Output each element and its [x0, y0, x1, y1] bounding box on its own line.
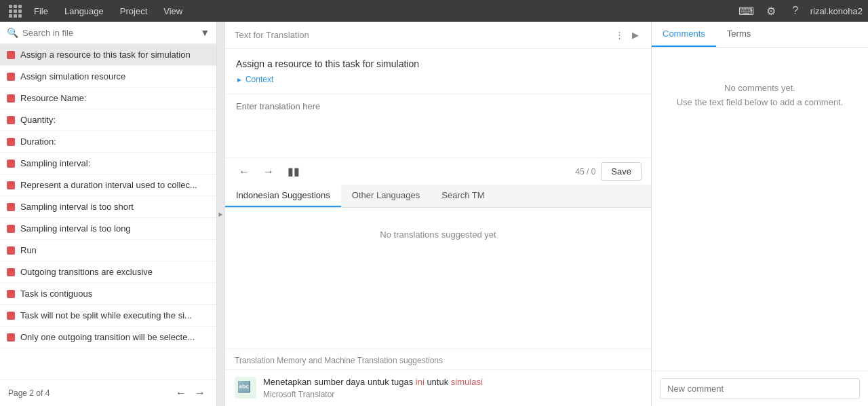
item-status-dot	[7, 94, 15, 103]
header-actions: ⋮ ▶	[612, 29, 642, 41]
list-item[interactable]: Outgoing transitions are exclusive	[0, 261, 216, 283]
list-item[interactable]: Run	[0, 240, 216, 261]
item-status-dot	[7, 268, 15, 276]
item-status-dot	[7, 51, 15, 59]
help-icon[interactable]: ?	[786, 1, 805, 20]
right-panel: CommentsTerms No comments yet. Use the t…	[651, 22, 868, 406]
tm-suggestion-item[interactable]: 🔤 Menetapkan sumber daya untuk tugas ini…	[225, 369, 651, 406]
item-status-dot	[7, 225, 15, 233]
filter-icon[interactable]: ▼	[200, 27, 210, 38]
item-text: Run	[20, 245, 37, 255]
settings-icon[interactable]: ⚙	[762, 1, 781, 20]
menu-file[interactable]: File	[27, 5, 55, 18]
new-comment-input[interactable]	[660, 378, 860, 399]
tm-source-label: Microsoft Translator	[263, 390, 483, 399]
tm-translation-text: Menetapkan sumber daya untuk tugas ini u…	[263, 377, 483, 387]
no-comments-text: No comments yet. Use the text field belo…	[677, 81, 844, 110]
context-arrow-icon: ►	[236, 76, 243, 84]
tm-machine-icon: 🔤	[235, 377, 256, 399]
item-status-dot	[7, 290, 15, 298]
list-item[interactable]: Sampling interval is too long	[0, 218, 216, 240]
menubar-right: ⌨ ⚙ ? rizal.konoha2	[737, 1, 863, 20]
list-item[interactable]: Quantity:	[0, 109, 216, 131]
next-segment-button[interactable]: →	[259, 163, 278, 181]
item-status-dot	[7, 246, 15, 255]
search-icon: 🔍	[7, 27, 18, 38]
item-status-dot	[7, 312, 15, 320]
item-text: Assign simulation resource	[20, 71, 125, 81]
source-text: Assign a resource to this task for simul…	[236, 58, 640, 69]
translation-toolbar: ← → ▮▮ 45 / 0 Save	[225, 158, 651, 185]
list-item[interactable]: Sampling interval:	[0, 153, 216, 174]
right-tabs: CommentsTerms	[652, 22, 868, 48]
tab-other-languages[interactable]: Other Languages	[341, 185, 431, 207]
save-button[interactable]: Save	[601, 162, 642, 181]
item-status-dot	[7, 73, 15, 81]
sidebar-footer: Page 2 of 4 ← →	[0, 380, 216, 406]
right-tab-terms[interactable]: Terms	[716, 22, 762, 47]
item-text: Represent a duration interval used to co…	[20, 180, 197, 190]
sidebar: 🔍 ▼ Assign a resource to this task for s…	[0, 22, 217, 406]
prev-page-button[interactable]: ←	[173, 386, 189, 401]
center-panel: Text for Translation ⋮ ▶ Assign a resour…	[225, 22, 651, 406]
list-item[interactable]: Only one outgoing transition will be sel…	[0, 327, 216, 348]
prev-segment-button[interactable]: ←	[235, 163, 254, 181]
item-text: Only one outgoing transition will be sel…	[20, 332, 195, 342]
tab-indonesian-suggestions[interactable]: Indonesian Suggestions	[225, 185, 341, 207]
svg-text:🔤: 🔤	[237, 380, 251, 393]
list-item[interactable]: Task is contiguous	[0, 283, 216, 305]
right-panel-footer	[652, 371, 868, 406]
tab-content: No translations suggested yet	[225, 208, 651, 348]
translation-header: Text for Translation ⋮ ▶	[225, 22, 651, 49]
item-status-dot	[7, 138, 15, 146]
right-tab-comments[interactable]: Comments	[652, 22, 716, 47]
expand-icon[interactable]: ▶	[629, 29, 642, 41]
no-comments-line1: No comments yet.	[677, 81, 844, 96]
item-text: Resource Name:	[20, 93, 87, 103]
item-text: Task will not be split while executing t…	[20, 310, 192, 320]
list-item[interactable]: Task will not be split while executing t…	[0, 305, 216, 327]
list-item[interactable]: Duration:	[0, 131, 216, 153]
item-text: Quantity:	[20, 115, 56, 125]
item-text: Sampling interval is too short	[20, 202, 134, 212]
page-info: Page 2 of 4	[8, 388, 50, 398]
context-label: Context	[245, 75, 273, 84]
collapse-handle[interactable]: ►	[217, 22, 225, 406]
list-item[interactable]: Assign simulation resource	[0, 66, 216, 88]
item-text: Assign a resource to this task for simul…	[20, 50, 191, 60]
search-bar: 🔍 ▼	[0, 22, 216, 44]
tab-search-tm[interactable]: Search TM	[431, 185, 495, 207]
context-link[interactable]: ► Context	[236, 75, 273, 84]
char-count: 45 / 0	[575, 167, 595, 177]
list-item[interactable]: Sampling interval is too short	[0, 196, 216, 218]
item-status-dot	[7, 203, 15, 211]
highlight-ini: ini	[416, 377, 425, 387]
list-item[interactable]: Resource Name:	[0, 88, 216, 109]
item-status-dot	[7, 181, 15, 189]
suggestions-tabs: Indonesian SuggestionsOther LanguagesSea…	[225, 185, 651, 208]
menu-view[interactable]: View	[157, 5, 189, 18]
list-item[interactable]: Assign a resource to this task for simul…	[0, 44, 216, 66]
no-comments-line2: Use the text field below to add a commen…	[677, 96, 844, 110]
translation-textarea[interactable]	[236, 101, 640, 149]
copy-source-button[interactable]: ▮▮	[283, 162, 304, 181]
list-item[interactable]: Represent a duration interval used to co…	[0, 174, 216, 196]
more-options-icon[interactable]: ⋮	[612, 29, 627, 41]
tm-suggestion-content: Menetapkan sumber daya untuk tugas ini u…	[263, 377, 483, 399]
item-text: Task is contiguous	[20, 289, 92, 299]
no-suggestions-text: No translations suggested yet	[236, 219, 640, 251]
next-page-button[interactable]: →	[192, 386, 208, 401]
item-status-dot	[7, 333, 15, 342]
username-label: rizal.konoha2	[810, 6, 863, 16]
apps-grid-button[interactable]	[5, 1, 24, 20]
keyboard-icon[interactable]: ⌨	[737, 1, 756, 20]
menubar: File Language Project View ⌨ ⚙ ? rizal.k…	[0, 0, 868, 22]
menu-language[interactable]: Language	[58, 5, 111, 18]
header-title: Text for Translation	[235, 30, 309, 40]
item-status-dot	[7, 116, 15, 124]
main-content: 🔍 ▼ Assign a resource to this task for s…	[0, 22, 868, 406]
search-input[interactable]	[22, 28, 196, 38]
grid-icon	[9, 5, 22, 18]
translation-list: Assign a resource to this task for simul…	[0, 44, 216, 380]
menu-project[interactable]: Project	[113, 5, 154, 18]
